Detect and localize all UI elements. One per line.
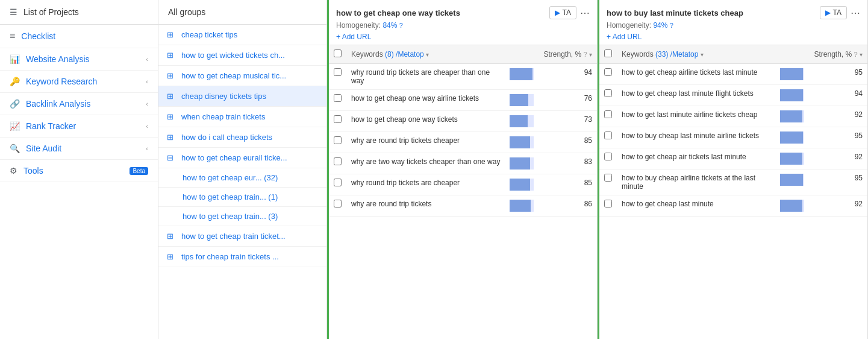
row-checkbox-cell[interactable] xyxy=(599,127,617,148)
sidebar-item-list-of-projects[interactable]: ☰ List of Projects xyxy=(0,0,158,25)
row-checkbox-cell[interactable] xyxy=(599,64,617,85)
right-select-all-col[interactable] xyxy=(599,45,617,64)
left-select-all-checkbox[interactable] xyxy=(334,49,342,57)
group-tips-for-cheap-train-tickets[interactable]: ⊞ tips for cheap train tickets ... xyxy=(158,247,326,267)
keyword-cell: how to get cheap last minute flight tick… xyxy=(617,85,775,106)
group-cheap-ticket-tips[interactable]: ⊞ cheap ticket tips xyxy=(158,25,326,45)
left-strength-col-header[interactable]: Strength, % ? xyxy=(539,45,597,64)
row-checkbox[interactable] xyxy=(604,174,612,182)
right-strength-col-header[interactable]: Strength, % ? xyxy=(809,45,867,64)
sub-group-train-3[interactable]: how to get cheap train... (3) xyxy=(158,207,326,226)
row-checkbox[interactable] xyxy=(604,110,612,118)
sidebar-item-rank-tracker[interactable]: 📈 Rank Tracker ‹ xyxy=(0,115,158,138)
row-checkbox[interactable] xyxy=(334,179,342,186)
group-how-to-get-cheap-train-ticket[interactable]: ⊞ how to get cheap train ticket... xyxy=(158,226,326,247)
row-checkbox-cell[interactable] xyxy=(599,148,617,170)
row-checkbox[interactable] xyxy=(604,200,612,208)
table-row: how to get cheap last minute 92 xyxy=(599,195,867,217)
table-row: why round trip tickets are cheaper than … xyxy=(329,64,597,90)
strength-cell: 94 xyxy=(539,64,597,90)
group-how-to-get-cheap-musical[interactable]: ⊞ how to get cheap musical tic... xyxy=(158,66,326,86)
row-checkbox-cell[interactable] xyxy=(329,90,346,111)
left-select-all-col[interactable] xyxy=(329,45,346,64)
row-checkbox[interactable] xyxy=(604,153,612,160)
strength-cell: 92 xyxy=(809,106,867,127)
right-panel-header: how to buy last minute tickets cheap ▶ T… xyxy=(599,0,867,45)
left-ta-button[interactable]: ▶ TA xyxy=(549,6,576,19)
row-checkbox[interactable] xyxy=(604,89,612,97)
table-row: how to get last minute airline tickets c… xyxy=(599,106,867,127)
link-icon: 🔗 xyxy=(10,99,20,109)
left-table-scroll[interactable]: Keywords (8) /Metatop Strength, % ? xyxy=(329,45,597,339)
row-checkbox[interactable] xyxy=(604,68,612,76)
right-ta-button[interactable]: ▶ TA xyxy=(820,6,847,19)
right-keyword-col-header[interactable]: Keywords (33) /Metatop xyxy=(617,45,775,64)
play-icon: ▶ xyxy=(825,8,831,17)
table-row: why are round trip tickets cheaper 85 xyxy=(329,132,597,153)
sidebar-item-site-audit[interactable]: 🔍 Site Audit ‹ xyxy=(0,138,158,160)
row-checkbox[interactable] xyxy=(334,68,342,76)
sidebar-item-backlink-analysis[interactable]: 🔗 Backlink Analysis ‹ xyxy=(0,93,158,115)
row-checkbox[interactable] xyxy=(334,94,342,102)
row-checkbox[interactable] xyxy=(604,131,612,139)
sub-group-eur-32[interactable]: how to get cheap eur... (32) xyxy=(158,168,326,188)
left-kw-count: (8) xyxy=(385,50,394,59)
right-select-all-checkbox[interactable] xyxy=(604,49,612,57)
right-kw-panel: how to buy last minute tickets cheap ▶ T… xyxy=(598,0,868,339)
right-panel-actions: ▶ TA ⋯ xyxy=(820,6,860,19)
group-how-to-get-wicked[interactable]: ⊞ how to get wicked tickets ch... xyxy=(158,45,326,66)
left-more-button[interactable]: ⋯ xyxy=(580,7,590,19)
row-checkbox[interactable] xyxy=(334,136,342,144)
row-checkbox-cell[interactable] xyxy=(329,195,346,217)
row-checkbox-cell[interactable] xyxy=(599,170,617,195)
strength-cell: 86 xyxy=(539,195,597,217)
right-bar-col-header xyxy=(775,45,809,64)
left-kw-panel: how to get cheap one way tickets ▶ TA ⋯ … xyxy=(327,0,598,339)
table-row: how to get cheap one way airline tickets… xyxy=(329,90,597,111)
strength-cell: 83 xyxy=(539,153,597,174)
row-checkbox-cell[interactable] xyxy=(329,153,346,174)
sidebar-item-tools[interactable]: ⚙ Tools Beta xyxy=(0,160,158,182)
info-icon[interactable]: ? xyxy=(399,22,403,29)
bar-cell xyxy=(775,64,809,85)
audit-icon: 🔍 xyxy=(10,144,20,153)
row-checkbox-cell[interactable] xyxy=(599,195,617,217)
row-checkbox-cell[interactable] xyxy=(599,85,617,106)
play-icon: ▶ xyxy=(555,8,560,17)
sidebar: ☰ List of Projects ≡ Checklist 📊 Website… xyxy=(0,0,158,339)
right-table-scroll[interactable]: Keywords (33) /Metatop Strength, % ? xyxy=(599,45,867,339)
sub-group-train-1[interactable]: how to get cheap train... (1) xyxy=(158,188,326,207)
row-checkbox[interactable] xyxy=(334,157,342,165)
info-icon[interactable]: ? xyxy=(670,22,673,29)
right-more-button[interactable]: ⋯ xyxy=(851,7,860,19)
chevron-right-icon: ‹ xyxy=(146,55,148,63)
row-checkbox[interactable] xyxy=(334,200,342,208)
groups-panel: All groups ⊞ cheap ticket tips ⊞ how to … xyxy=(158,0,327,339)
chart-icon: 📊 xyxy=(10,54,20,64)
row-checkbox[interactable] xyxy=(334,115,342,123)
row-checkbox-cell[interactable] xyxy=(329,174,346,195)
sidebar-item-website-analysis[interactable]: 📊 Website Analysis ‹ xyxy=(0,48,158,71)
keyword-cell: how to get cheap one way tickets xyxy=(346,111,505,132)
bar-cell xyxy=(505,111,539,132)
strength-info-icon[interactable]: ? xyxy=(584,51,587,58)
sidebar-item-keyword-research[interactable]: 🔑 Keyword Research ‹ xyxy=(0,71,158,93)
group-how-do-i-call-cheap[interactable]: ⊞ how do i call cheap tickets xyxy=(158,127,326,148)
list-icon: ☰ xyxy=(10,7,17,17)
row-checkbox-cell[interactable] xyxy=(329,111,346,132)
strength-cell: 95 xyxy=(809,170,867,195)
left-keyword-col-header[interactable]: Keywords (8) /Metatop xyxy=(346,45,505,64)
strength-info-icon[interactable]: ? xyxy=(854,51,858,58)
left-add-url[interactable]: + Add URL xyxy=(336,33,371,41)
row-checkbox-cell[interactable] xyxy=(599,106,617,127)
group-how-to-get-cheap-eurail[interactable]: ⊟ how to get cheap eurail ticke... xyxy=(158,148,326,168)
row-checkbox-cell[interactable] xyxy=(329,64,346,90)
group-when-cheap-train-tickets[interactable]: ⊞ when cheap train tickets xyxy=(158,107,326,127)
sidebar-item-checklist[interactable]: ≡ Checklist xyxy=(0,25,158,48)
key-icon: 🔑 xyxy=(10,77,20,86)
right-add-url[interactable]: + Add URL xyxy=(607,33,642,41)
table-row: how to get cheap air tickets last minute… xyxy=(599,148,867,170)
group-cheap-disney-tickets-tips[interactable]: ⊞ cheap disney tickets tips xyxy=(158,86,326,107)
row-checkbox-cell[interactable] xyxy=(329,132,346,153)
left-metatop: /Metatop xyxy=(396,50,424,59)
